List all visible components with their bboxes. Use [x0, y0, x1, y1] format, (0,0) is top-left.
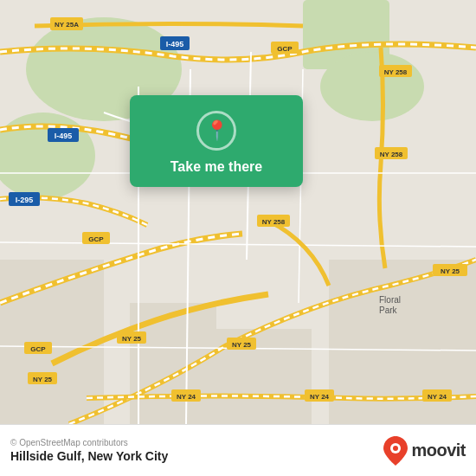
moovit-logo: moovit [383, 436, 466, 466]
svg-text:GCP: GCP [30, 345, 46, 353]
svg-text:NY 25A: NY 25A [55, 21, 79, 29]
moovit-pin-icon [383, 436, 408, 466]
svg-text:NY 24: NY 24 [310, 393, 330, 401]
svg-text:NY 258: NY 258 [384, 68, 408, 76]
svg-text:NY 258: NY 258 [262, 218, 286, 226]
svg-text:NY 25: NY 25 [232, 341, 252, 349]
popup-card[interactable]: 📍 Take me there [130, 95, 303, 187]
svg-text:NY 24: NY 24 [428, 393, 447, 401]
moovit-text: moovit [411, 441, 466, 460]
location-pin-icon: 📍 [205, 121, 228, 140]
svg-text:I-495: I-495 [55, 132, 73, 140]
svg-text:GCP: GCP [277, 45, 293, 53]
attribution-text: © OpenStreetMap contributors [10, 438, 168, 447]
svg-point-4 [320, 52, 424, 121]
location-name: Hillside Gulf, New York City [10, 449, 168, 463]
svg-text:NY 24: NY 24 [177, 393, 196, 401]
popup-pin-circle: 📍 [196, 111, 236, 151]
svg-point-46 [393, 446, 398, 451]
svg-text:Park: Park [379, 306, 398, 315]
svg-text:GCP: GCP [88, 235, 104, 243]
svg-text:Floral: Floral [379, 295, 401, 305]
svg-text:NY 25: NY 25 [441, 267, 460, 275]
map-container: I-495 NY 25A GCP GCP I-295 NY 25 NY 25 N… [0, 0, 476, 424]
bottom-left-info: © OpenStreetMap contributors Hillside Gu… [10, 438, 168, 463]
map-roads: I-495 NY 25A GCP GCP I-295 NY 25 NY 25 N… [0, 0, 476, 424]
svg-text:NY 258: NY 258 [380, 151, 403, 158]
svg-text:I-295: I-295 [16, 196, 34, 204]
svg-text:NY 25: NY 25 [33, 376, 53, 383]
popup-label: Take me there [170, 159, 262, 175]
svg-text:I-495: I-495 [166, 40, 184, 48]
svg-text:NY 25: NY 25 [122, 335, 142, 343]
bottom-bar: © OpenStreetMap contributors Hillside Gu… [0, 424, 476, 476]
